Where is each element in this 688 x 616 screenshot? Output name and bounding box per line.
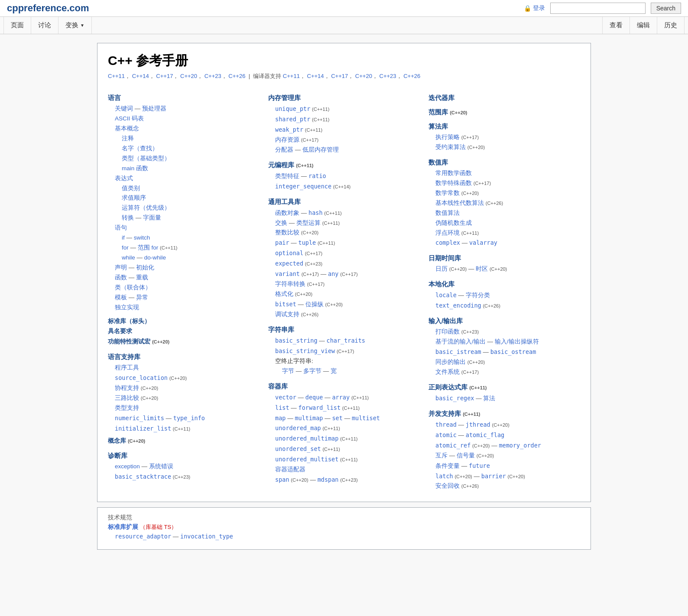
columns: 语言 关键词 — 预处理器 ASCII 码表 基本概念 注释 名字（查找） 类型… [108,88,580,491]
ts-stdlib-ext-link[interactable]: 标准库扩展 [108,523,138,530]
span: span (C++20) — mdspan (C++23) [275,475,420,485]
unordered-multiset: unordered_multiset (C++11) [275,454,420,465]
weak-ptr: weak_ptr (C++11) [275,125,420,135]
pair-tuple: pair — tuple (C++11) [275,238,420,248]
map: map — multimap — set — multiset [275,413,420,424]
ts-tag: （库基础 TS） [140,524,177,530]
basic-istream: basic_istream — basic_ostream [435,347,580,357]
vector: vector — deque — array (C++11) [275,392,420,403]
special-math: 数学特殊函数 (C++17) [435,178,580,188]
string-view: basic_string_view (C++17) [275,346,420,357]
ver-cpp11[interactable]: C++11 [108,73,125,79]
calendar: 日历 (C++20) — 时区 (C++20) [435,264,580,274]
header-right: 🔒 登录 Search [524,3,681,14]
feature-test: 功能特性测试宏 (C++20) [108,337,260,347]
list: list — forward_list (C++11) [275,403,420,413]
ver-cpp20[interactable]: C++20 [180,73,197,79]
main: C++ 参考手册 C++11， C++14， C++17， C++20， C++… [0,34,688,558]
compiler-cpp23[interactable]: C++23 [380,73,396,79]
lang-func: 函数 — 重载 [115,273,260,283]
lang-comments: 注释 [122,134,260,144]
exception: exception — 系统错误 [115,462,260,472]
bitset: bitset — 位操纵 (C++20) [275,299,420,310]
compiler-cpp11[interactable]: C++11 [283,73,300,79]
nav-tab-transform-label: 变换 [65,21,78,29]
search-button[interactable]: Search [651,3,681,14]
section-string: 字符串库 [268,326,420,334]
ver-cpp26[interactable]: C++26 [228,73,245,79]
version-links: C++11， C++14， C++17， C++20， C++23， C++26… [108,72,580,80]
compiler-cpp20[interactable]: C++20 [355,73,372,79]
lang-ascii: ASCII 码表 [115,114,260,124]
optional: optional (C++17) [275,248,420,259]
login-label: 登录 [533,4,545,12]
ver-cpp17[interactable]: C++17 [156,73,173,79]
numeric-algo: 数值算法 [435,208,580,218]
lang-expressions: 表达式 [115,174,260,184]
tech-spec-box: 技术规范 标准库扩展 （库基础 TS） resource_adaptor — i… [97,507,591,549]
container-adaptors: 容器适配器 [275,465,420,475]
lang-name: 名字（查找） [122,144,260,154]
numeric-limits: numeric_limits — type_info [115,413,260,424]
lang-freestanding: 独立实现 [115,303,260,313]
section-language: 语言 [108,94,260,102]
unordered-set: unordered_set (C++11) [275,444,420,454]
col2: 内存管理库 unique_ptr (C++11) shared_ptr (C++… [268,88,420,491]
unique-ptr: unique_ptr (C++11) [275,104,420,114]
print: 打印函数 (C++23) [435,327,580,337]
condvar: 条件变量 — future [435,461,580,471]
section-diag: 诊断库 [108,452,260,460]
section-numeric: 数值库 [428,159,580,167]
nav-tab-edit[interactable]: 编辑 [630,17,657,34]
ver-cpp23[interactable]: C++23 [204,73,221,79]
source-location: source_location (C++20) [115,373,260,383]
page-title: C++ 参考手册 [108,52,580,70]
nav-tab-page[interactable]: 页面 [3,17,31,34]
lang-types: 类型（基础类型） [122,154,260,164]
basic-string: basic_string — char_traits [275,336,420,346]
section-utility: 通用工具库 [268,198,420,206]
null-str: 空终止字符串: [275,357,420,366]
basic-stacktrace: basic_stacktrace (C++23) [115,472,260,482]
stream-io: 基于流的输入/输出 — 输入/输出操纵符 [435,337,580,347]
filesystem: 文件系统 (C++17) [435,367,580,377]
section-regex: 正则表达式库 (C++11) [428,383,580,392]
format: 格式化 (C++20) [275,289,420,299]
named-req: 具名要求 [108,326,260,337]
section-lang-support: 语言支持库 [108,353,260,361]
col1: 语言 关键词 — 预处理器 ASCII 码表 基本概念 注释 名字（查找） 类型… [108,88,260,491]
nav-tab-view[interactable]: 查看 [602,17,630,34]
nav-tab-transform[interactable]: 变换 ▼ [58,17,92,34]
mutex: 互斥 — 信号量 (C++20) [435,451,580,461]
linalg: 基本线性代数算法 (C++26) [435,198,580,208]
content-box: C++ 参考手册 C++11， C++14， C++17， C++20， C++… [97,43,591,502]
lang-main: main 函数 [122,164,260,174]
compiler-cpp14[interactable]: C++14 [307,73,324,79]
compiler-cpp17[interactable]: C++17 [331,73,348,79]
concepts-lib: 概念库 (C++20) [108,436,260,446]
search-input[interactable] [550,3,646,14]
header: cppreference.com 🔒 登录 Search [0,0,688,17]
stdlib-headers: 标准库（标头） [108,316,260,327]
type-support: 类型支持 [115,403,260,413]
nav-bar: 页面 讨论 变换 ▼ 查看 编辑 历史 [0,17,688,34]
login-icon: 🔒 [524,5,531,12]
section-locale: 本地化库 [428,280,580,289]
coroutine-support: 协程支持 (C++20) [115,383,260,393]
site-title-link[interactable]: cppreference.com [7,3,89,13]
lang-class: 类（联合体） [115,283,260,293]
login-link[interactable]: 🔒 登录 [524,4,545,12]
initializer-list: initializer_list (C++11) [115,424,260,434]
compiler-cpp26[interactable]: C++26 [403,73,420,79]
ver-cpp14[interactable]: C++14 [132,73,149,79]
allocator: 分配器 — 低层内存管理 [275,145,420,155]
charconv: 字符串转换 (C++17) [275,279,420,289]
ts-item-resource: resource_adaptor — invocation_type [115,531,580,542]
lang-keywords: 关键词 — 预处理器 [115,104,260,114]
nav-tab-discuss[interactable]: 讨论 [31,17,58,34]
text-encoding: text_encoding (C++26) [435,301,580,311]
variant-any: variant (C++17) — any (C++17) [275,269,420,279]
prog-tools: 程序工具 [115,363,260,373]
atomic: atomic — atomic_flag [435,430,580,441]
nav-tab-history[interactable]: 历史 [657,17,685,34]
